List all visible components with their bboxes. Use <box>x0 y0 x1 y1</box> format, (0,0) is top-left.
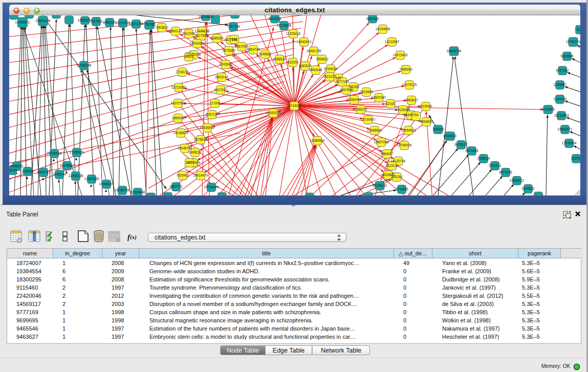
svg-text:10688609: 10688609 <box>367 128 382 132</box>
svg-text:(x): (x) <box>130 234 137 240</box>
svg-text:1112: 1112 <box>576 28 580 31</box>
svg-text:20206516: 20206516 <box>47 151 62 155</box>
svg-text:6497568: 6497568 <box>340 88 353 92</box>
svg-text:1362615: 1362615 <box>298 64 312 68</box>
svg-text:3624554: 3624554 <box>360 90 373 94</box>
svg-text:18807249: 18807249 <box>374 140 389 144</box>
svg-text:7663822: 7663822 <box>155 26 168 29</box>
svg-text:16210643: 16210643 <box>554 114 569 117</box>
svg-text:9245652: 9245652 <box>521 187 535 190</box>
svg-text:2935114: 2935114 <box>477 157 490 160</box>
svg-text:7357224: 7357224 <box>227 25 240 28</box>
svg-text:19654923: 19654923 <box>401 128 416 132</box>
svg-text:1965492: 1965492 <box>171 116 185 120</box>
svg-text:10719155: 10719155 <box>116 21 130 25</box>
svg-text:127: 127 <box>187 161 192 164</box>
svg-text:10654112: 10654112 <box>510 179 525 182</box>
svg-text:1527602: 1527602 <box>90 19 103 23</box>
svg-text:9899695: 9899695 <box>420 120 433 123</box>
svg-text:9535051: 9535051 <box>10 164 24 168</box>
svg-text:10046786: 10046786 <box>178 146 192 150</box>
svg-text:11325419: 11325419 <box>286 32 301 35</box>
svg-text:10973493: 10973493 <box>393 53 408 57</box>
svg-text:19218506: 19218506 <box>277 24 292 27</box>
svg-text:19300275: 19300275 <box>266 111 281 115</box>
svg-text:164095: 164095 <box>432 127 444 131</box>
svg-text:1588520: 1588520 <box>273 57 286 61</box>
svg-text:7386372: 7386372 <box>354 107 367 111</box>
svg-text:15751074: 15751074 <box>566 40 580 43</box>
svg-text:19166825: 19166825 <box>173 131 188 135</box>
svg-text:12975125: 12975125 <box>402 83 417 86</box>
svg-text:8267110: 8267110 <box>206 113 219 116</box>
svg-text:1156829: 1156829 <box>21 169 34 173</box>
svg-text:16154808: 16154808 <box>376 27 390 31</box>
svg-text:33139: 33139 <box>9 168 17 172</box>
svg-text:12213389: 12213389 <box>171 85 186 89</box>
svg-text:15716485: 15716485 <box>204 185 219 189</box>
svg-text:62160: 62160 <box>386 102 395 105</box>
svg-text:19756928: 19756928 <box>397 143 412 147</box>
svg-text:1621072: 1621072 <box>323 75 336 78</box>
svg-text:14136141: 14136141 <box>373 184 387 187</box>
svg-text:6466160: 6466160 <box>103 20 116 24</box>
svg-text:13226058: 13226058 <box>195 29 210 33</box>
svg-text:8471676: 8471676 <box>499 170 512 174</box>
svg-text:1145194: 1145194 <box>53 172 66 176</box>
svg-text:1498222: 1498222 <box>188 150 202 154</box>
svg-text:8186328: 8186328 <box>210 36 224 40</box>
svg-text:3875685: 3875685 <box>222 49 235 52</box>
svg-text:33975887: 33975887 <box>60 164 75 167</box>
svg-text:16671355: 16671355 <box>129 22 144 26</box>
svg-text:252254: 252254 <box>391 175 402 179</box>
svg-text:9427552: 9427552 <box>214 88 227 92</box>
svg-text:8990448: 8990448 <box>309 68 322 72</box>
svg-text:8215955: 8215955 <box>541 107 555 111</box>
svg-text:9857771: 9857771 <box>169 185 183 188</box>
svg-text:17957225: 17957225 <box>84 177 99 181</box>
svg-text:20364436: 20364436 <box>347 98 362 101</box>
svg-text:12923448: 12923448 <box>130 190 145 194</box>
svg-text:8938923: 8938923 <box>443 134 456 138</box>
svg-text:16033809: 16033809 <box>199 15 213 18</box>
svg-text:6679197: 6679197 <box>454 143 468 146</box>
svg-text:12213967: 12213967 <box>385 40 400 43</box>
svg-text:117006: 117006 <box>209 101 221 105</box>
svg-text:10958107: 10958107 <box>99 182 114 186</box>
svg-text:16782759: 16782759 <box>115 188 130 192</box>
svg-text:116753: 116753 <box>571 157 580 160</box>
svg-text:7485063: 7485063 <box>399 68 412 71</box>
svg-text:7632621: 7632621 <box>488 164 502 167</box>
svg-text:2803144: 2803144 <box>215 75 228 79</box>
svg-text:2087682: 2087682 <box>366 17 379 20</box>
svg-text:2367608: 2367608 <box>235 45 248 48</box>
svg-text:9227342: 9227342 <box>556 69 569 72</box>
svg-text:832203: 832203 <box>287 60 298 64</box>
svg-text:18724007: 18724007 <box>287 104 302 107</box>
svg-text:17016504: 17016504 <box>562 141 577 145</box>
svg-text:10807487: 10807487 <box>372 96 386 99</box>
svg-text:9329966: 9329966 <box>560 54 574 58</box>
svg-text:8960123: 8960123 <box>169 29 182 33</box>
svg-text:21053346: 21053346 <box>77 63 92 67</box>
svg-text:9242848: 9242848 <box>219 62 232 66</box>
svg-text:9463627: 9463627 <box>405 98 418 102</box>
svg-text:1733426: 1733426 <box>395 187 408 191</box>
svg-text:16648784: 16648784 <box>447 49 462 53</box>
svg-text:1209587: 1209587 <box>553 83 567 86</box>
svg-text:10025438: 10025438 <box>396 108 410 112</box>
svg-text:8454749: 8454749 <box>247 48 260 51</box>
svg-text:751552: 751552 <box>144 23 156 26</box>
svg-text:98901: 98901 <box>184 55 193 58</box>
svg-text:9115460: 9115460 <box>420 104 432 108</box>
svg-text:546: 546 <box>232 37 237 41</box>
svg-text:1244415: 1244415 <box>553 97 567 101</box>
svg-text:8912954: 8912954 <box>182 32 195 35</box>
svg-text:16914479: 16914479 <box>193 173 208 177</box>
svg-text:545: 545 <box>336 76 341 80</box>
svg-text:2718176: 2718176 <box>176 70 189 74</box>
svg-text:19384554: 19384554 <box>310 139 325 142</box>
svg-text:7625402: 7625402 <box>176 173 189 177</box>
svg-text:1615132: 1615132 <box>385 164 399 167</box>
svg-text:16961758: 16961758 <box>307 49 321 53</box>
